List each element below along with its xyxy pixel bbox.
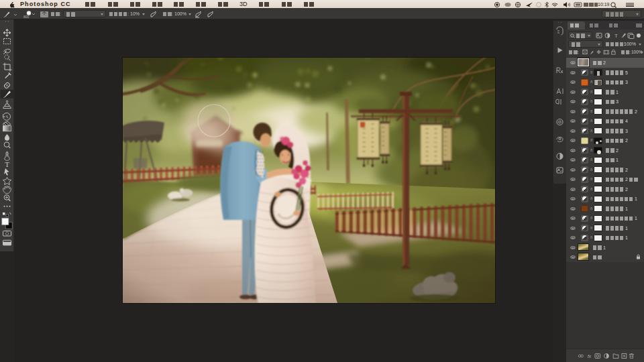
svg-text:fx: fx	[588, 354, 592, 359]
svg-text:T: T	[614, 33, 618, 39]
svg-text:T: T	[5, 160, 9, 168]
